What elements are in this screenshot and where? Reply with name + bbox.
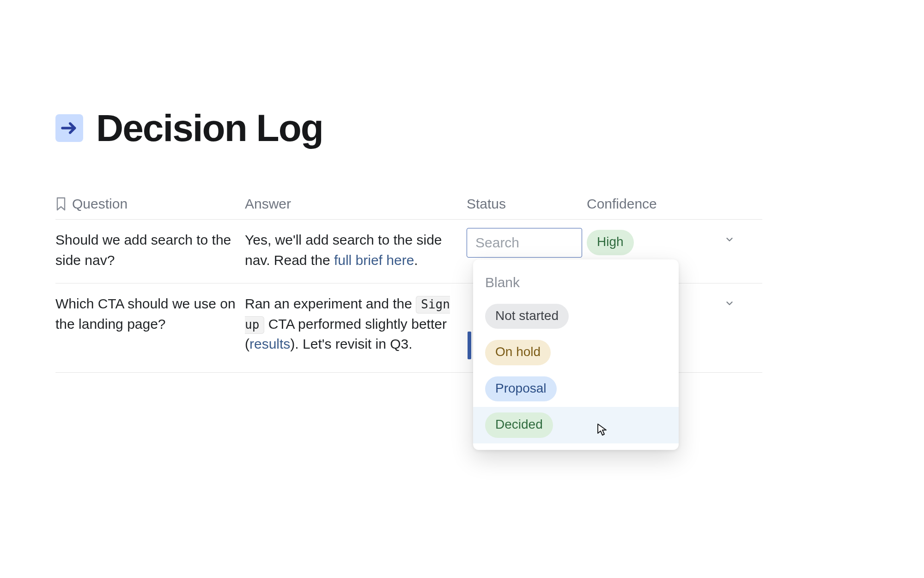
status-dropdown: Blank Not started On hold Proposal Decid… (473, 259, 679, 450)
status-option-decided[interactable]: Decided (473, 407, 679, 443)
column-header-label: Answer (245, 196, 291, 211)
column-header-confidence[interactable]: Confidence (587, 191, 744, 219)
table-row: Should we add search to the side nav? Ye… (55, 220, 762, 283)
status-option-label: Blank (485, 272, 520, 293)
question-cell[interactable]: Which CTA should we use on the landing p… (55, 283, 245, 347)
question-text: Which CTA should we use on the landing p… (55, 296, 236, 332)
decision-table: Question Answer Status Confidence Should… (55, 191, 762, 373)
status-option-proposal[interactable]: Proposal (473, 371, 679, 407)
table-header-row: Question Answer Status Confidence (55, 191, 762, 220)
status-option-blank[interactable]: Blank (473, 267, 679, 298)
status-pill: Decided (485, 412, 553, 438)
column-header-label: Status (467, 196, 506, 211)
column-header-answer[interactable]: Answer (245, 191, 467, 219)
arrow-right-icon (55, 114, 83, 142)
status-search-input-wrapper[interactable] (467, 228, 582, 258)
question-text: Should we add search to the side nav? (55, 232, 231, 268)
status-pill: Proposal (485, 376, 557, 402)
status-option-on-hold[interactable]: On hold (473, 334, 679, 371)
chevron-down-icon[interactable] (724, 234, 735, 246)
answer-link[interactable]: full brief here (334, 252, 414, 268)
answer-link[interactable]: results (249, 336, 290, 351)
column-header-question[interactable]: Question (55, 191, 245, 219)
status-option-not-started[interactable]: Not started (473, 298, 679, 335)
confidence-pill: High (587, 230, 634, 255)
question-cell[interactable]: Should we add search to the side nav? (55, 220, 245, 283)
status-cell[interactable]: Blank Not started On hold Proposal Decid… (467, 220, 587, 271)
answer-text: ). Let's revisit in Q3. (290, 336, 412, 351)
column-header-label: Confidence (587, 196, 657, 212)
status-search-input[interactable] (474, 234, 574, 251)
status-pill: On hold (485, 340, 551, 365)
answer-text: Ran an experiment and the (245, 296, 416, 311)
chevron-down-icon[interactable] (724, 298, 735, 310)
answer-text: . (414, 252, 418, 268)
bookmark-icon (55, 197, 67, 211)
column-header-label: Question (72, 196, 128, 212)
status-pill: Not started (485, 304, 569, 329)
answer-cell[interactable]: Yes, we'll add search to the side nav. R… (245, 220, 467, 283)
status-insert-caret (468, 332, 471, 359)
page-title: Decision Log (96, 106, 323, 150)
page-header: Decision Log (55, 106, 924, 150)
cursor-icon (596, 423, 609, 437)
answer-cell[interactable]: Ran an experiment and the Sign up CTA pe… (245, 283, 467, 367)
column-header-status[interactable]: Status (467, 191, 587, 219)
